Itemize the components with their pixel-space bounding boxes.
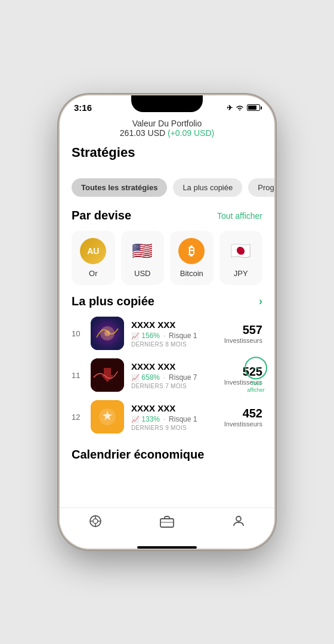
strategy-stats-12: 📈 133% · Risque 1 <box>131 415 217 423</box>
strategy-percent-10: 📈 156% <box>131 332 160 340</box>
strategy-percent-11: 📈 658% <box>131 373 160 382</box>
copied-header: La plus copiée › <box>72 295 262 308</box>
strategy-thumb-10 <box>91 317 124 350</box>
profile-svg <box>231 514 246 528</box>
strategy-thumb-11 <box>91 358 124 392</box>
jpy-flag: 🇯🇵 <box>230 243 251 259</box>
percent-icon-10: 📈 <box>131 332 140 339</box>
devise-title: Par devise <box>72 209 131 222</box>
strategy-thumb-12 <box>91 400 124 434</box>
stat-dot-10: · <box>163 332 165 339</box>
portfolio-icon <box>160 515 174 531</box>
strategy-item-10[interactable]: 10 <box>72 317 262 350</box>
devise-header: Par devise Tout afficher <box>72 209 262 222</box>
nav-item-feed[interactable] <box>88 514 103 532</box>
strategy-stats-11: 📈 658% · Risque 7 <box>131 373 217 382</box>
battery-icon <box>247 104 260 111</box>
devise-card-usd[interactable]: 🇺🇸 USD <box>121 231 165 285</box>
copied-section: La plus copiée › 10 <box>60 295 274 443</box>
devise-grid: AU Or 🇺🇸 USD ₿ <box>72 231 262 285</box>
strategy-info-11: XXXX XXX 📈 658% · Risque 7 <box>131 361 217 389</box>
stat-risk-10: Risque 1 <box>169 332 197 340</box>
devise-icon-btc: ₿ <box>178 238 205 264</box>
phone-screen: 3:16 ✈ Valeur Du Portfolio 261.03 USD <box>60 95 274 549</box>
scroll-content[interactable]: Valeur Du Portfolio 261.03 USD (+0.09 US… <box>60 115 274 507</box>
or-symbol: AU <box>87 246 99 256</box>
nav-item-portfolio[interactable] <box>160 515 174 531</box>
investor-label-10: Investisseurs <box>224 337 262 344</box>
strategy-info-12: XXXX XXX 📈 133% · Risque 1 <box>131 403 217 431</box>
devise-icon-usd: 🇺🇸 <box>129 238 156 264</box>
phone-frame: 3:16 ✈ Valeur Du Portfolio 261.03 USD <box>60 95 274 549</box>
stat-risk-12: Risque 1 <box>169 415 197 423</box>
strategy-name-12: XXXX XXX <box>131 403 217 413</box>
calendrier-section: Calendrier économique <box>60 443 274 471</box>
stat-dot-12: · <box>163 416 165 423</box>
svg-point-7 <box>93 519 98 524</box>
devise-tout-afficher[interactable]: Tout afficher <box>217 211 262 221</box>
devise-icon-jpy: 🇯🇵 <box>228 238 254 264</box>
strategy-name-10: XXXX XXX <box>131 320 217 330</box>
airplane-icon: ✈ <box>227 104 233 112</box>
tout-afficher-circle[interactable]: → <box>245 357 267 379</box>
calendrier-title: Calendrier économique <box>72 448 262 462</box>
strategies-title: Stratégies <box>72 145 262 160</box>
thumb-svg-11 <box>91 358 124 392</box>
investor-count-12: 452 <box>224 407 262 420</box>
copied-chevron[interactable]: › <box>259 295 262 308</box>
filter-tab-copied[interactable]: La plus copiée <box>173 178 242 197</box>
notch <box>131 95 203 112</box>
filter-tabs: Toutes les stratégies La plus copiée Pro… <box>60 178 274 209</box>
devise-label-usd: USD <box>134 269 150 278</box>
strategy-period-12: DERNIERS 9 MOIS <box>131 425 217 431</box>
strategy-name-11: XXXX XXX <box>131 361 217 371</box>
percent-icon-12: 📈 <box>131 416 140 423</box>
devise-label-btc: Bitcoin <box>180 269 203 278</box>
filter-tab-progress[interactable]: Progressi <box>248 178 274 197</box>
strategy-item-12[interactable]: 12 XXXX XXX 📈 <box>72 400 262 434</box>
portfolio-title: Valeur Du Portfolio <box>69 119 265 128</box>
svg-point-14 <box>236 516 241 521</box>
svg-rect-12 <box>160 519 174 527</box>
strategy-investors-10: 557 Investisseurs <box>224 323 262 344</box>
devise-icon-or: AU <box>80 238 106 264</box>
usd-flag: 🇺🇸 <box>132 243 153 259</box>
devise-section: Par devise Tout afficher AU Or 🇺🇸 <box>60 209 274 295</box>
strategy-info-10: XXXX XXX 📈 156% · Risque 1 <box>131 320 217 348</box>
investor-label-12: Investisseurs <box>224 420 262 428</box>
portfolio-svg <box>160 515 174 528</box>
home-indicator <box>137 546 197 549</box>
btc-symbol: ₿ <box>188 244 194 258</box>
devise-card-btc[interactable]: ₿ Bitcoin <box>170 231 214 285</box>
feed-svg <box>88 514 103 528</box>
status-icons: ✈ <box>227 104 260 112</box>
devise-card-or[interactable]: AU Or <box>72 231 115 285</box>
thumb-svg-10 <box>91 317 124 350</box>
strategy-investors-12: 452 Investisseurs <box>224 407 262 428</box>
percent-icon-11: 📈 <box>131 374 140 381</box>
investor-count-10: 557 <box>224 323 262 337</box>
nav-item-profile[interactable] <box>231 514 246 532</box>
strategy-list: 10 <box>72 317 262 434</box>
strategy-item-11[interactable]: 11 XXXX XXX 📈 <box>72 358 262 392</box>
feed-icon <box>88 514 103 532</box>
devise-label-or: Or <box>89 269 97 278</box>
portfolio-header: Valeur Du Portfolio 261.03 USD (+0.09 US… <box>60 115 274 145</box>
strategy-percent-12: 📈 133% <box>131 415 160 423</box>
strategy-rank-10: 10 <box>72 329 84 338</box>
copied-title: La plus copiée <box>72 295 154 308</box>
strategies-section: Stratégies <box>60 145 274 178</box>
svg-point-2 <box>104 330 110 336</box>
bottom-nav <box>60 507 274 544</box>
filter-tab-all[interactable]: Toutes les stratégies <box>72 178 167 197</box>
tout-afficher-floating[interactable]: → Toutafficher <box>245 357 267 394</box>
profile-icon <box>231 514 246 532</box>
strategy-stats-10: 📈 156% · Risque 1 <box>131 332 217 340</box>
thumb-decoration-10 <box>91 317 124 350</box>
devise-card-jpy[interactable]: 🇯🇵 JPY <box>219 231 263 285</box>
wifi-icon <box>236 105 244 111</box>
strategy-period-11: DERNIERS 7 MOIS <box>131 383 217 389</box>
devise-label-jpy: JPY <box>234 269 248 278</box>
tout-afficher-float-text: Toutafficher <box>247 380 264 394</box>
stat-dot-11: · <box>163 374 165 381</box>
